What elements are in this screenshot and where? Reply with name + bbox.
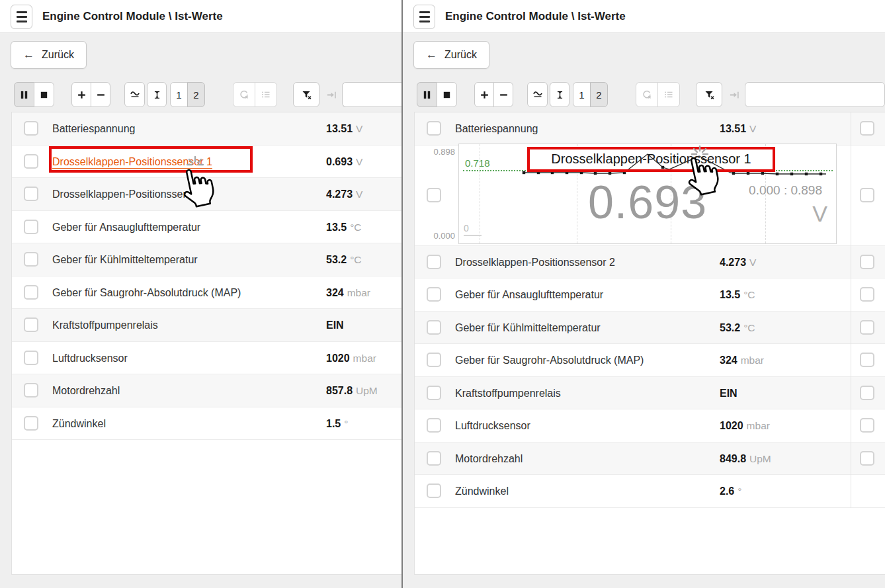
filter-remove-button[interactable] (293, 82, 319, 107)
row-checkbox-right[interactable] (860, 418, 874, 433)
header: Engine Control Module \ Ist-Werte (403, 0, 885, 33)
row-value: 1020 (326, 353, 350, 364)
plus-icon (480, 90, 489, 100)
row-checkbox[interactable] (24, 187, 38, 201)
table-row[interactable]: Geber für Kühlmitteltemperatur 53.2°C (12, 243, 401, 276)
row-checkbox[interactable] (24, 121, 38, 136)
row-checkbox[interactable] (24, 154, 38, 169)
text-height-button[interactable] (550, 82, 569, 107)
row-checkbox-right[interactable] (860, 353, 874, 367)
refresh-clear-icon (642, 89, 652, 100)
row-checkbox[interactable] (24, 317, 38, 332)
row-checkbox[interactable] (24, 416, 38, 431)
table-row[interactable]: Geber für Saugrohr-Absolutdruck (MAP) 32… (12, 276, 401, 310)
table-row[interactable]: Drosselklappen-Positionssensor 2 4.273V (415, 246, 885, 279)
table-row[interactable]: Geber für Ansauglufttemperatur 13.5°C (415, 278, 885, 312)
row-value: EIN (720, 388, 738, 399)
row-checkbox-right[interactable] (860, 255, 874, 269)
row-checkbox[interactable] (427, 483, 441, 498)
table-row[interactable]: Batteriespannung 13.51V (415, 112, 885, 146)
row-checkbox[interactable] (427, 386, 441, 400)
table-row[interactable]: Drosselklappen-Positionssensor 1 0.693V (12, 146, 401, 179)
columns-1-button[interactable]: 1 (573, 82, 591, 107)
table-row[interactable]: Luftdrucksensor 1020mbar (415, 409, 885, 442)
stop-button[interactable] (437, 82, 457, 107)
toolbar-group (474, 82, 513, 107)
row-checkbox[interactable] (427, 418, 441, 433)
toolbar-group: 12 (573, 82, 608, 107)
row-checkbox[interactable] (427, 255, 441, 269)
table-row[interactable]: Kraftstoffpumpenrelais EIN (415, 377, 885, 410)
row-unit: °C (350, 254, 361, 265)
row-value: 0.693 (326, 156, 353, 167)
row-checkbox-right[interactable] (860, 188, 874, 202)
wave-icon (532, 89, 543, 100)
table-row[interactable]: Motordrehzahl 857.8UpM (12, 374, 401, 407)
row-checkbox-right[interactable] (860, 121, 874, 136)
minus-button[interactable] (91, 82, 110, 107)
minus-button[interactable] (493, 82, 513, 107)
toolbar: 12 (403, 82, 885, 107)
toolbar-group (124, 82, 145, 107)
wave-button[interactable] (124, 82, 145, 107)
stop-icon (39, 90, 49, 100)
row-checkbox[interactable] (24, 220, 38, 234)
wave-button[interactable] (527, 82, 548, 107)
row-checkbox[interactable] (427, 320, 441, 335)
row-unit: UpM (356, 385, 378, 396)
row-value-cell: 13.5°C (720, 278, 755, 312)
chart-title: Drosselklappen-Positionssensor 1 (527, 147, 775, 172)
row-checkbox-right[interactable] (860, 386, 874, 400)
row-value: 849.8 (720, 453, 746, 464)
list-button (657, 82, 680, 107)
columns-2-button[interactable]: 2 (187, 82, 205, 107)
pause-button[interactable] (417, 82, 437, 107)
row-checkbox[interactable] (24, 351, 38, 365)
sensor-link[interactable]: Drosselklappen-Positionssensor 1 (52, 146, 212, 179)
filter-remove-button[interactable] (696, 82, 722, 107)
row-value-cell: 324mbar (720, 344, 764, 377)
plus-button[interactable] (71, 82, 91, 107)
row-value: 13.51 (720, 123, 746, 134)
row-value-cell: 849.8UpM (720, 442, 771, 476)
text-height-icon (555, 90, 565, 100)
sensor-chart-row[interactable]: 0.898 0.000 0.718 0 0.693 0.000 : 0.898 … (415, 146, 885, 246)
row-label: Luftdrucksensor (455, 409, 530, 442)
table-row[interactable]: Kraftstoffpumpenrelais EIN (12, 309, 401, 342)
table-row[interactable]: Zündwinkel 2.6° (415, 475, 885, 508)
stop-button[interactable] (34, 82, 54, 107)
back-button[interactable]: ← Zurück (413, 41, 489, 69)
row-checkbox-right[interactable] (860, 451, 874, 466)
row-checkbox[interactable] (24, 252, 38, 267)
table-row[interactable]: Geber für Kühlmitteltemperatur 53.2°C (415, 312, 885, 345)
sensor-chart[interactable]: 0.898 0.000 0.718 0 0.693 0.000 : 0.898 … (458, 144, 837, 244)
row-value: 13.51 (326, 123, 353, 134)
table-row[interactable]: Geber für Ansauglufttemperatur 13.5°C (12, 211, 401, 244)
table-row[interactable]: Motordrehzahl 849.8UpM (415, 442, 885, 476)
row-checkbox[interactable] (24, 285, 38, 300)
menu-icon (419, 11, 430, 13)
columns-2-button[interactable]: 2 (590, 82, 608, 107)
table-row[interactable]: Drosselklappen-Positionssensor 2 4.273V (12, 178, 401, 211)
back-button[interactable]: ← Zurück (11, 41, 87, 69)
row-checkbox-right[interactable] (860, 320, 874, 335)
row-checkbox[interactable] (427, 353, 441, 367)
row-checkbox[interactable] (427, 451, 441, 466)
row-checkbox-right[interactable] (860, 287, 874, 302)
table-row[interactable]: Geber für Saugrohr-Absolutdruck (MAP) 32… (415, 344, 885, 377)
row-checkbox[interactable] (427, 121, 441, 136)
columns-1-button[interactable]: 1 (170, 82, 188, 107)
table-row[interactable]: Zündwinkel 1.5° (12, 407, 401, 441)
pause-button[interactable] (14, 82, 34, 107)
menu-button[interactable] (11, 5, 32, 29)
row-checkbox[interactable] (24, 383, 38, 398)
table-row[interactable]: Batteriespannung 13.51V (12, 112, 401, 146)
menu-button[interactable] (413, 5, 435, 29)
plus-button[interactable] (474, 82, 494, 107)
text-height-button[interactable] (147, 82, 167, 107)
row-checkbox[interactable] (427, 287, 441, 302)
row-unit: mbar (747, 420, 770, 431)
row-checkbox[interactable] (427, 188, 441, 202)
table-row[interactable]: Luftdrucksensor 1020mbar (12, 342, 401, 375)
text-height-icon (152, 90, 162, 100)
